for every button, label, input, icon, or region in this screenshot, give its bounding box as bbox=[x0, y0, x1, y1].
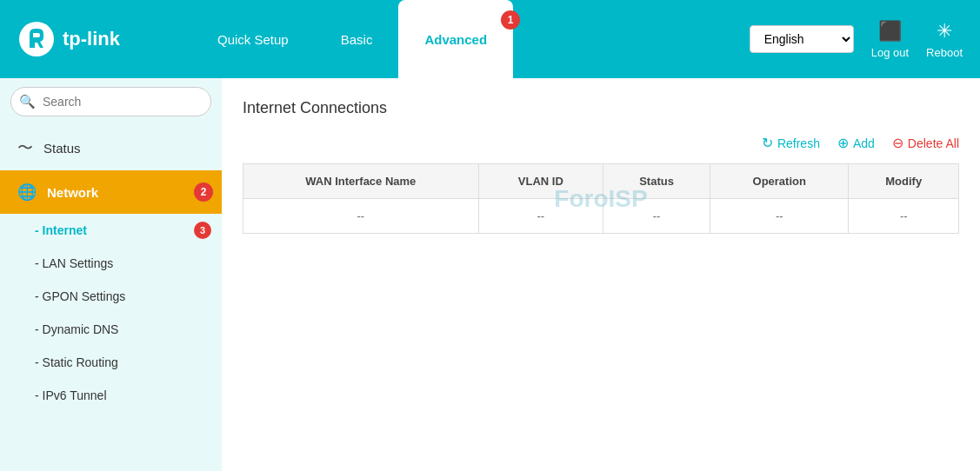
table-row: -- -- -- -- -- bbox=[243, 199, 959, 234]
sidebar-item-network[interactable]: 🌐 Network 2 bbox=[0, 170, 222, 214]
col-operation: Operation bbox=[710, 164, 848, 199]
sidebar-item-status-label: Status bbox=[43, 141, 81, 156]
cell-vlan: -- bbox=[478, 199, 603, 234]
gpon-label: - GPON Settings bbox=[35, 289, 125, 303]
table-header-row: WAN Interface Name VLAN ID Status Operat… bbox=[243, 164, 959, 199]
header: tp-link Quick Setup Basic Advanced 1 Eng… bbox=[0, 0, 980, 78]
refresh-icon: ↻ bbox=[762, 135, 773, 151]
refresh-label: Refresh bbox=[777, 136, 820, 150]
add-label: Add bbox=[853, 136, 875, 150]
logout-button[interactable]: ⬛ Log out bbox=[871, 20, 909, 59]
ddns-label: - Dynamic DNS bbox=[35, 322, 118, 336]
nav-basic[interactable]: Basic bbox=[315, 0, 399, 78]
cell-modify: -- bbox=[849, 199, 959, 234]
cell-status: -- bbox=[603, 199, 710, 234]
logout-icon: ⬛ bbox=[878, 20, 902, 43]
nav-quick-setup[interactable]: Quick Setup bbox=[191, 0, 315, 78]
col-vlan: VLAN ID bbox=[478, 164, 603, 199]
table-wrapper: WAN Interface Name VLAN ID Status Operat… bbox=[243, 163, 959, 234]
header-right: English Chinese Spanish ⬛ Log out ✳ Rebo… bbox=[750, 20, 963, 59]
nav-tabs: Quick Setup Basic Advanced 1 bbox=[191, 0, 750, 78]
content-area: Internet Connections ↻ Refresh ⊕ Add ⊖ D… bbox=[222, 78, 980, 471]
sidebar-subitem-ddns[interactable]: - Dynamic DNS bbox=[0, 313, 222, 346]
delete-icon: ⊖ bbox=[892, 135, 903, 151]
sidebar-subitem-routing[interactable]: - Static Routing bbox=[0, 346, 222, 379]
network-icon: 🌐 bbox=[17, 182, 37, 202]
col-modify: Modify bbox=[849, 164, 959, 199]
sidebar-subitem-gpon[interactable]: - GPON Settings bbox=[0, 280, 222, 313]
delete-all-button[interactable]: ⊖ Delete All bbox=[892, 135, 959, 151]
status-icon: 〜 bbox=[17, 137, 33, 158]
col-wan: WAN Interface Name bbox=[243, 164, 479, 199]
reboot-label: Reboot bbox=[926, 46, 963, 59]
nav-advanced[interactable]: Advanced 1 bbox=[398, 0, 513, 78]
sidebar-subitem-lan[interactable]: - LAN Settings bbox=[0, 247, 222, 280]
advanced-badge: 1 bbox=[501, 10, 520, 30]
refresh-button[interactable]: ↻ Refresh bbox=[762, 135, 820, 151]
cell-operation: -- bbox=[710, 199, 848, 234]
logout-label: Log out bbox=[871, 46, 909, 59]
routing-label: - Static Routing bbox=[35, 355, 118, 369]
sidebar-item-status[interactable]: 〜 Status bbox=[0, 125, 222, 170]
toolbar: ↻ Refresh ⊕ Add ⊖ Delete All bbox=[243, 135, 959, 151]
cell-wan: -- bbox=[243, 199, 479, 234]
search-icon: 🔍 bbox=[19, 94, 36, 109]
lan-label: - LAN Settings bbox=[35, 256, 113, 270]
col-status: Status bbox=[603, 164, 710, 199]
add-button[interactable]: ⊕ Add bbox=[837, 135, 875, 151]
tplink-logo-icon bbox=[17, 20, 56, 58]
internet-label: - Internet bbox=[35, 223, 87, 237]
add-icon: ⊕ bbox=[837, 135, 849, 151]
page-title: Internet Connections bbox=[243, 99, 959, 117]
sidebar-subitem-internet[interactable]: - Internet 3 bbox=[0, 214, 222, 247]
logo-area: tp-link bbox=[17, 20, 157, 58]
sidebar-subitem-ipv6[interactable]: - IPv6 Tunnel bbox=[0, 379, 222, 412]
internet-connections-table: WAN Interface Name VLAN ID Status Operat… bbox=[243, 163, 959, 234]
ipv6-label: - IPv6 Tunnel bbox=[35, 388, 107, 402]
sidebar-item-network-label: Network bbox=[47, 185, 98, 200]
search-input[interactable] bbox=[10, 87, 211, 116]
network-badge: 2 bbox=[194, 182, 213, 202]
delete-all-label: Delete All bbox=[908, 136, 959, 150]
language-select[interactable]: English Chinese Spanish bbox=[750, 25, 854, 53]
sidebar: 🔍 〜 Status 🌐 Network 2 - Internet 3 - LA… bbox=[0, 78, 222, 471]
internet-badge: 3 bbox=[194, 222, 211, 239]
main-layout: 🔍 〜 Status 🌐 Network 2 - Internet 3 - LA… bbox=[0, 78, 980, 471]
reboot-icon: ✳ bbox=[937, 20, 952, 43]
reboot-button[interactable]: ✳ Reboot bbox=[926, 20, 963, 59]
search-box: 🔍 bbox=[10, 87, 211, 116]
logo-text: tp-link bbox=[63, 28, 120, 50]
